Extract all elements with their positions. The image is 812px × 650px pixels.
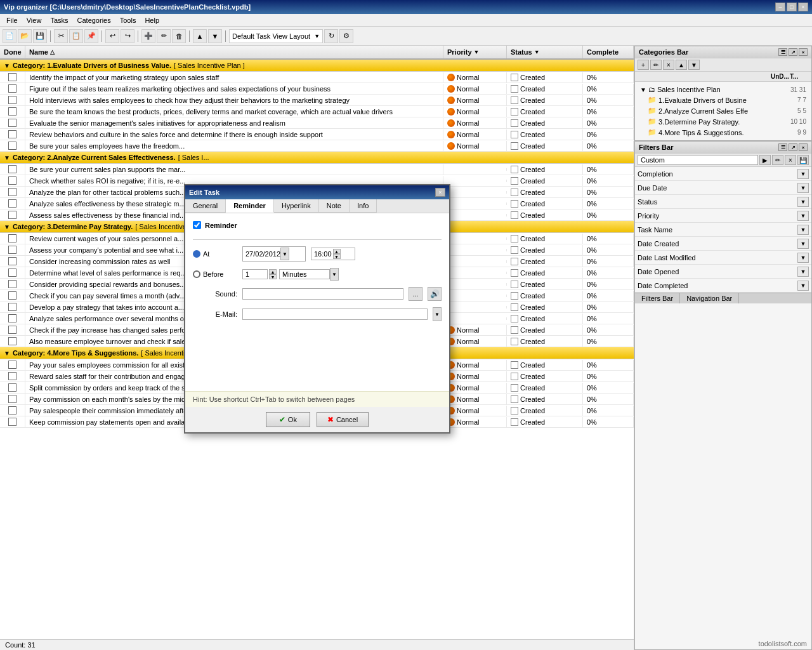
task-row[interactable]: Review behaviors and culture in the sale… [0, 129, 634, 140]
done-cell[interactable] [0, 244, 25, 255]
done-cell[interactable] [0, 164, 25, 175]
cut-button[interactable]: ✂ [54, 29, 68, 43]
filter-save-btn[interactable]: 💾 [797, 155, 809, 165]
done-checkbox[interactable] [8, 176, 16, 185]
time-up-arrow[interactable]: ▲ [333, 249, 341, 254]
copy-button[interactable]: 📋 [69, 29, 83, 43]
filter-dropdown[interactable]: ▼ [797, 169, 809, 179]
done-checkbox[interactable] [8, 395, 16, 403]
done-checkbox[interactable] [8, 372, 16, 380]
cancel-button[interactable]: ✖ Cancel [317, 412, 369, 427]
before-spinner[interactable]: ▲ ▼ [269, 269, 277, 279]
done-cell[interactable] [0, 95, 25, 105]
done-cell[interactable] [0, 416, 25, 427]
undo-button[interactable]: ↩ [105, 29, 119, 43]
cat-tree-item-1[interactable]: 📁 1.Evaluate Drivers of Busine7 7 [638, 95, 809, 105]
done-cell[interactable] [0, 72, 25, 83]
task-row[interactable]: Be sure your current sales plan supports… [0, 164, 634, 175]
before-down-arrow[interactable]: ▼ [269, 274, 277, 279]
done-checkbox[interactable] [8, 107, 16, 116]
time-spinner[interactable]: ▲ ▼ [333, 249, 341, 259]
cat-tree-item-3[interactable]: 📁 3.Determine Pay Strategy.10 10 [638, 116, 809, 127]
filter-dropdown[interactable]: ▼ [797, 253, 809, 263]
done-checkbox[interactable] [8, 199, 16, 208]
tab-note[interactable]: Note [319, 199, 350, 213]
done-checkbox[interactable] [8, 291, 16, 300]
sound-play-btn[interactable]: 🔊 [428, 287, 442, 301]
up-button[interactable]: ▲ [193, 29, 207, 43]
paste-button[interactable]: 📌 [84, 29, 98, 43]
priority-filter-icon[interactable]: ▼ [474, 49, 480, 55]
at-radio[interactable] [193, 250, 200, 258]
done-checkbox[interactable] [8, 211, 16, 219]
filter-dropdown[interactable]: ▼ [797, 211, 809, 221]
done-cell[interactable] [0, 405, 25, 416]
task-row[interactable]: Figure out if the sales team realizes ma… [0, 83, 634, 95]
done-checkbox[interactable] [8, 383, 16, 392]
before-radio[interactable] [193, 270, 200, 278]
filter-dropdown[interactable]: ▼ [797, 281, 809, 291]
menu-view[interactable]: View [23, 16, 46, 25]
done-checkbox[interactable] [8, 361, 16, 369]
layout-dropdown-arrow[interactable]: ▼ [314, 33, 320, 39]
category-expand-icon[interactable]: ▼ [4, 62, 10, 69]
done-checkbox[interactable] [8, 96, 16, 104]
at-time-input[interactable]: 16:00 ▲ ▼ [311, 248, 355, 260]
filters-menu-btn[interactable]: ☰ [778, 143, 787, 151]
view-layout-dropdown[interactable]: Default Task View Layout ▼ [229, 29, 323, 43]
tab-general[interactable]: General [185, 199, 226, 213]
task-row[interactable]: Be sure your sales employees have the fr… [0, 140, 634, 152]
filter-del-btn[interactable]: × [785, 155, 796, 165]
status-filter-icon[interactable]: ▼ [534, 49, 540, 55]
before-unit-input[interactable] [279, 269, 330, 279]
menu-categories[interactable]: Categories [74, 16, 115, 25]
filters-float-btn[interactable]: ↗ [789, 143, 797, 151]
cat-tree-item-2[interactable]: 📁 2.Analyze Current Sales Effe5 5 [638, 105, 809, 116]
at-date-input[interactable]: 27/02/2012 ▼ [242, 246, 306, 262]
cat-up-btn[interactable]: ▲ [676, 60, 687, 70]
done-checkbox[interactable] [8, 326, 16, 334]
done-cell[interactable] [0, 106, 25, 117]
delete-button[interactable]: 🗑 [172, 29, 186, 43]
task-row[interactable]: Identify the impact of your marketing st… [0, 72, 634, 83]
done-cell[interactable] [0, 117, 25, 128]
tab-reminder[interactable]: Reminder [226, 199, 274, 213]
redo-button[interactable]: ↪ [121, 29, 134, 43]
done-checkbox[interactable] [8, 314, 16, 322]
filter-apply-btn[interactable]: ▶ [759, 155, 771, 165]
task-row[interactable]: Be sure the team knows the best products… [0, 106, 634, 117]
save-button[interactable]: 💾 [33, 29, 47, 43]
category-row[interactable]: ▼ Category: 2.Analyze Current Sales Effe… [0, 152, 634, 164]
edit-button[interactable]: ✏ [157, 29, 171, 43]
done-cell[interactable] [0, 198, 25, 209]
done-cell[interactable] [0, 187, 25, 197]
done-checkbox[interactable] [8, 246, 16, 254]
done-cell[interactable] [0, 382, 25, 393]
sound-input[interactable] [242, 288, 403, 300]
panel-float-btn[interactable]: ↗ [789, 48, 797, 56]
done-cell[interactable] [0, 324, 25, 335]
filter-edit-btn[interactable]: ✏ [772, 155, 783, 165]
tab-hyperlink[interactable]: Hyperlink [274, 199, 319, 213]
done-cell[interactable] [0, 336, 25, 347]
done-checkbox[interactable] [8, 73, 16, 81]
before-up-arrow[interactable]: ▲ [269, 269, 277, 274]
done-cell[interactable] [0, 209, 25, 220]
done-cell[interactable] [0, 359, 25, 370]
email-input[interactable] [242, 308, 428, 320]
category-expand-icon[interactable]: ▼ [4, 154, 10, 161]
done-cell[interactable] [0, 279, 25, 289]
done-cell[interactable] [0, 129, 25, 140]
modal-close-button[interactable]: × [435, 188, 445, 197]
filter-dropdown[interactable]: ▼ [797, 225, 809, 235]
cat-new-btn[interactable]: + [638, 60, 649, 70]
cat-tree-item-4[interactable]: 📁 4.More Tips & Suggestions.9 9 [638, 127, 809, 138]
refresh-button[interactable]: ↻ [324, 29, 338, 43]
done-cell[interactable] [0, 290, 25, 301]
done-cell[interactable] [0, 83, 25, 94]
done-cell[interactable] [0, 267, 25, 278]
settings-button[interactable]: ⚙ [339, 29, 353, 43]
done-checkbox[interactable] [8, 165, 16, 173]
menu-tasks[interactable]: Tasks [46, 16, 72, 25]
done-checkbox[interactable] [8, 142, 16, 150]
